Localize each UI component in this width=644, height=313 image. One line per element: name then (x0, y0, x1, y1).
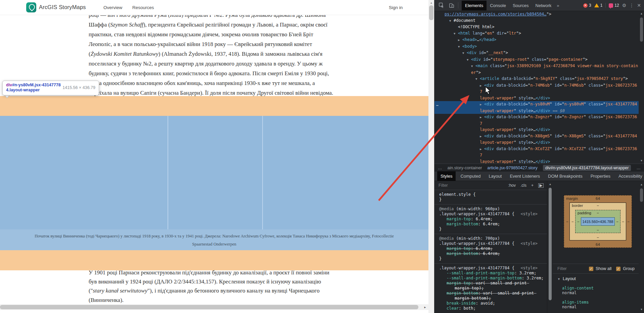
css-property[interactable]: --small-and-print-margin-bottom: 3.2rem; (439, 276, 547, 281)
scroll-up-icon[interactable]: ▲ (639, 12, 644, 15)
css-property[interactable]: break-inside: avoid; (439, 301, 547, 306)
computed-property[interactable]: align-itemsnormal (553, 300, 639, 309)
css-property[interactable]: margin-bottom: 6.4rem; (439, 222, 547, 227)
css-property[interactable]: margin-top: var(--small-and-print-margin… (439, 281, 547, 291)
style-rule[interactable]: @media (min-width: 960px).layout-wrapper… (434, 205, 547, 234)
collapse-triangle-icon[interactable]: ▼ (475, 76, 480, 82)
scroll-down-icon[interactable]: ▼ (639, 308, 644, 311)
padding-right-value[interactable]: − (616, 220, 618, 224)
margin-left-value[interactable]: − (566, 220, 568, 224)
border-left-value[interactable]: − (571, 220, 574, 224)
border-right-value[interactable]: − (622, 220, 624, 224)
devtools-tab-elements[interactable]: Elements (462, 1, 487, 10)
padding-bottom-value[interactable]: − (576, 228, 620, 232)
scroll-up-icon[interactable]: ▲ (639, 183, 644, 186)
stylesheet-source-link[interactable]: <style> (520, 212, 538, 217)
panel-tab-styles[interactable]: Styles (437, 171, 456, 181)
panel-tab-layout[interactable]: Layout (485, 171, 505, 181)
box-model-padding[interactable]: padding − − − − 1415.560×436.788 (575, 210, 620, 233)
show-all-checkbox[interactable]: ✓ (589, 267, 593, 271)
dom-scroll-thumb[interactable] (640, 17, 643, 42)
settings-gear-icon[interactable]: ⚙ (622, 3, 627, 8)
expand-triangle-icon[interactable]: ▶ (480, 114, 484, 121)
margin-top-value[interactable]: 64 (564, 196, 632, 200)
dom-tree-row[interactable]: ▼<body> (434, 43, 639, 50)
warning-badge[interactable]: 1 (594, 3, 603, 8)
dom-tree-scrollbar[interactable]: ▲ ▼ (639, 11, 644, 164)
expand-triangle-icon[interactable]: ▶ (480, 101, 484, 108)
collapse-triangle-icon[interactable]: ▼ (458, 44, 462, 50)
margin-right-value[interactable]: − (627, 220, 630, 224)
hov-toggle[interactable]: :hov (508, 183, 516, 188)
breadcrumb-item[interactable]: … (636, 166, 641, 170)
style-rule[interactable]: .layout-wrapper.jsx-431477784 {<style>--… (434, 264, 547, 313)
kebab-menu-icon[interactable]: ⋮ (629, 3, 634, 8)
style-rule[interactable]: element.style {} (434, 190, 547, 205)
panel-tab-accessibility[interactable]: Accessibility (615, 171, 644, 181)
padding-left-value[interactable]: − (577, 220, 580, 224)
border-bottom-value[interactable]: − (570, 235, 626, 239)
device-toolbar-icon[interactable] (449, 2, 455, 8)
css-property[interactable]: margin-top: 6.4rem; (439, 217, 547, 222)
issues-badge[interactable]: 12 (605, 3, 619, 8)
panel-tab-event-listeners[interactable]: Event Listeners (506, 171, 543, 181)
layout-section-header[interactable]: ▼Layout (553, 276, 639, 281)
dom-tree-row[interactable]: ▶<div data-blockid="n-XCoT2Z" id="n-XCoT… (434, 146, 639, 164)
inspect-cursor-icon[interactable] (439, 2, 445, 8)
css-property[interactable]: margin-bottom: var(--small-and-print-mar… (439, 291, 547, 301)
nav-overview[interactable]: Overview (103, 5, 122, 10)
scroll-up-button[interactable]: ▲ (428, 0, 434, 5)
collapse-triangle-icon[interactable]: ▼ (449, 18, 454, 24)
devtools-tab-sources[interactable]: Sources (509, 1, 532, 10)
padding-top-value[interactable]: − (576, 211, 620, 215)
dom-tree-row[interactable]: ▼<article data-blockid="n-Skg9IY" class=… (434, 76, 639, 82)
vscroll-thumb[interactable] (429, 5, 433, 20)
dom-tree-row[interactable]: ▶<div data-blockid="n-X88gmS" id="n-X88g… (434, 133, 639, 146)
more-tabs-chevron[interactable]: » (557, 3, 559, 8)
dom-tree-row[interactable]: ▼<html lang="en" dir="ltr"> (434, 30, 639, 37)
breadcrumb-item[interactable]: ain.story-container (448, 166, 482, 170)
collapse-triangle-icon[interactable]: ▼ (467, 57, 471, 63)
sidebar-scroll-thumb[interactable] (640, 188, 643, 202)
element-state-icon[interactable]: ▶ (538, 183, 544, 188)
sidebar-scrollbar[interactable]: ▲ ▼ (639, 181, 644, 313)
row-actions-dots[interactable]: … (436, 102, 439, 108)
styles-scroll-thumb[interactable] (549, 188, 552, 300)
dom-tree-row[interactable]: ps://storymaps.arcgis.com/stories/b89450… (434, 11, 639, 17)
css-property[interactable]: margin-bottom: 6.4rem; (439, 251, 547, 256)
stylesheet-source-link[interactable]: <style> (520, 241, 538, 246)
css-property[interactable]: margin-top: 6.4rem; (439, 246, 547, 251)
scroll-down-icon[interactable]: ▼ (639, 159, 644, 162)
box-model-border[interactable]: border − − − − padding − − − − 1415.560×… (569, 203, 626, 240)
dom-tree-row[interactable]: ▶<div data-blockid="n-74M6sb" id="n-74M6… (434, 82, 639, 101)
breadcrumb-item[interactable]: … (438, 166, 442, 170)
expand-triangle-icon[interactable]: ▶ (480, 146, 484, 152)
sign-in-link[interactable]: Sign in (389, 5, 403, 10)
border-top-value[interactable]: − (570, 204, 626, 208)
collapse-triangle-icon[interactable]: ▼ (471, 63, 475, 70)
computed-property[interactable]: align-contentnormal (553, 286, 639, 295)
collapse-triangle-icon[interactable]: ▼ (454, 31, 458, 37)
expand-triangle-icon[interactable]: ▶ (480, 83, 484, 89)
dom-tree-row-selected[interactable]: …▶<div data-blockid="n-ys80vM" id="n-ys8… (434, 101, 639, 114)
panel-tab-properties[interactable]: Properties (587, 171, 614, 181)
hscroll-thumb[interactable] (0, 305, 418, 309)
close-devtools-icon[interactable]: ✕ (637, 3, 641, 8)
new-rule-button[interactable]: + (531, 183, 534, 188)
computed-filter-input[interactable]: Filter (557, 266, 567, 271)
box-model-content[interactable]: 1415.560×436.788 (581, 217, 615, 226)
horizontal-scrollbar[interactable]: ▸ (0, 304, 428, 310)
collapse-triangle-icon[interactable]: ▼ (462, 50, 467, 56)
dom-tree-row[interactable]: ▼<div id="__next"> (434, 50, 639, 56)
dom-tree-row[interactable]: ▼<div id="storymaps-root" class="page-co… (434, 56, 639, 63)
panel-tab-computed[interactable]: Computed (457, 171, 484, 181)
nav-resources[interactable]: Resources (132, 5, 154, 10)
dom-tree-row[interactable]: ▶<head>…</head> (434, 37, 639, 43)
group-checkbox[interactable]: ✓ (616, 267, 620, 271)
dom-tree-row[interactable]: ▶<div data-blockid="n-Zognzr" id="n-Zogn… (434, 114, 639, 133)
box-model-diagram[interactable]: margin 64 64 − − border − − − − padding … (564, 195, 632, 248)
expand-triangle-icon[interactable]: ▶ (480, 133, 484, 140)
dom-tree-row[interactable]: ▼#document (434, 17, 639, 24)
vertical-scrollbar[interactable]: ▲ (428, 0, 434, 313)
scroll-right-button[interactable]: ▸ (422, 304, 428, 310)
